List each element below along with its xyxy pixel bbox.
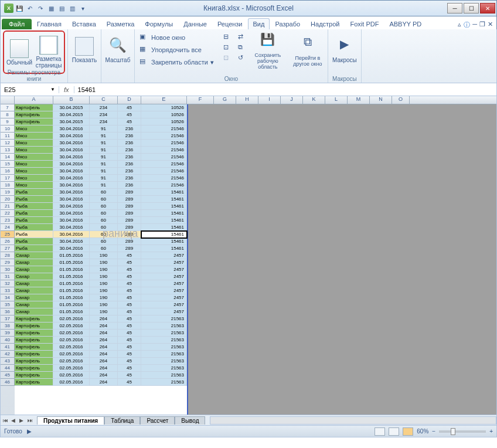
cell[interactable]: 60 <box>90 196 118 203</box>
cell[interactable]: 190 <box>90 280 118 287</box>
cell[interactable]: 264 <box>90 379 118 386</box>
cell[interactable]: 45 <box>118 294 141 301</box>
page-layout-view-icon[interactable] <box>389 427 399 436</box>
compare-button[interactable]: ⧉ <box>236 42 246 52</box>
cell[interactable]: 02.05.2016 <box>53 337 90 344</box>
normal-view-icon[interactable] <box>375 427 385 436</box>
cell[interactable]: 2457 <box>141 280 187 287</box>
row-header[interactable]: 40 <box>1 337 15 344</box>
cell[interactable]: 15461 <box>141 210 187 217</box>
row-header[interactable]: 29 <box>1 259 15 266</box>
ribbon-tab-надстрой[interactable]: Надстрой <box>305 18 345 29</box>
macros-button[interactable]: ▶ Макросы <box>331 30 359 69</box>
ribbon-tab-вид[interactable]: Вид <box>248 18 270 29</box>
new-window-button[interactable]: ▣Новое окно <box>137 32 216 43</box>
column-header[interactable]: E <box>141 96 187 104</box>
cell[interactable]: Рыба <box>15 203 53 210</box>
cell[interactable]: 30.04.2016 <box>53 161 90 168</box>
cell[interactable]: 190 <box>90 259 118 266</box>
cell[interactable]: 30.04.2016 <box>53 140 90 147</box>
minimize-button[interactable]: ─ <box>447 3 462 13</box>
cell[interactable]: Сахар <box>15 280 53 287</box>
cell[interactable]: Сахар <box>15 259 53 266</box>
cell[interactable]: 02.05.2016 <box>53 365 90 372</box>
column-header[interactable]: G <box>214 96 236 104</box>
mdi-close-icon[interactable]: ✕ <box>488 21 493 29</box>
cell[interactable]: 21546 <box>141 133 187 140</box>
cell[interactable]: 30.04.2016 <box>53 238 90 245</box>
cell[interactable]: 45 <box>118 301 141 308</box>
row-header[interactable]: 9 <box>1 118 15 125</box>
cell[interactable]: 21563 <box>141 379 187 386</box>
sheet-nav-first[interactable]: ⏮ <box>3 418 10 423</box>
row-header[interactable]: 24 <box>1 224 15 231</box>
cell[interactable]: 45 <box>118 379 141 386</box>
cell[interactable]: 21546 <box>141 168 187 175</box>
cell[interactable]: Мясо <box>15 175 53 182</box>
cell[interactable]: 30.04.2016 <box>53 231 90 238</box>
maximize-button[interactable]: ☐ <box>464 3 479 13</box>
row-header[interactable]: 35 <box>1 301 15 308</box>
close-button[interactable]: ✕ <box>480 3 495 13</box>
save-workspace-button[interactable]: 💾 Сохранить рабочую область <box>250 32 285 70</box>
cell[interactable]: Картофель <box>15 351 53 358</box>
row-header[interactable]: 18 <box>1 182 15 189</box>
hide-button[interactable]: ⊡ <box>221 42 231 52</box>
cell[interactable]: 01.05.2016 <box>53 280 90 287</box>
cell[interactable]: 15461 <box>141 224 187 231</box>
cell[interactable]: 15461 <box>141 245 187 252</box>
cell[interactable]: 190 <box>90 301 118 308</box>
sheet-tab[interactable]: Рассчет <box>140 416 175 425</box>
sheet-nav-prev[interactable]: ◀ <box>11 418 18 423</box>
cell[interactable]: 264 <box>90 344 118 351</box>
cell[interactable]: 289 <box>118 189 141 196</box>
ribbon-tab-вставка[interactable]: Вставка <box>67 18 101 29</box>
cell[interactable]: 45 <box>118 280 141 287</box>
cell[interactable]: Картофель <box>15 379 53 386</box>
cell[interactable]: Мясо <box>15 147 53 154</box>
row-header[interactable]: 31 <box>1 273 15 280</box>
cell[interactable]: 21563 <box>141 344 187 351</box>
cell[interactable]: 45 <box>118 372 141 379</box>
cell[interactable]: 45 <box>118 266 141 273</box>
cell[interactable]: 91 <box>90 168 118 175</box>
cell[interactable]: 236 <box>118 175 141 182</box>
row-header[interactable]: 7 <box>1 104 15 111</box>
cell[interactable]: 190 <box>90 287 118 294</box>
cell[interactable]: 30.04.2015 <box>53 111 90 118</box>
row-header[interactable]: 39 <box>1 330 15 337</box>
column-header[interactable]: C <box>90 96 118 104</box>
zoom-in-button[interactable]: + <box>489 428 493 435</box>
row-header[interactable]: 34 <box>1 294 15 301</box>
cell[interactable]: 01.05.2016 <box>53 252 90 259</box>
row-header[interactable]: 30 <box>1 266 15 273</box>
zoom-level[interactable]: 60% <box>417 428 428 435</box>
cell[interactable]: 30.04.2016 <box>53 154 90 161</box>
undo-icon[interactable]: ↶ <box>25 4 35 13</box>
reset-pos-button[interactable]: ↺ <box>236 53 246 63</box>
cell[interactable]: 60 <box>90 210 118 217</box>
cell[interactable]: 45 <box>118 344 141 351</box>
cell[interactable]: 45 <box>118 111 141 118</box>
cell[interactable]: 289 <box>118 224 141 231</box>
cell[interactable]: 45 <box>118 351 141 358</box>
switch-window-button[interactable]: ⧉ Перейти в другое окно <box>290 32 325 70</box>
cell[interactable]: 234 <box>90 111 118 118</box>
cell[interactable]: 2457 <box>141 308 187 315</box>
cell[interactable]: 02.05.2016 <box>53 351 90 358</box>
cell[interactable]: 15461 <box>141 203 187 210</box>
cell[interactable]: Сахар <box>15 308 53 315</box>
row-header[interactable]: 22 <box>1 210 15 217</box>
row-header[interactable]: 45 <box>1 372 15 379</box>
cell[interactable]: 21546 <box>141 161 187 168</box>
cell[interactable]: Мясо <box>15 154 53 161</box>
row-header[interactable]: 19 <box>1 189 15 196</box>
mdi-restore-icon[interactable]: ❐ <box>479 21 485 29</box>
zoom-button[interactable]: 🔍 Масштаб <box>104 30 132 69</box>
qat-dropdown-icon[interactable]: ▾ <box>78 4 87 13</box>
row-header[interactable]: 37 <box>1 315 15 323</box>
cell[interactable]: 236 <box>118 147 141 154</box>
zoom-thumb[interactable] <box>451 428 455 435</box>
cell[interactable]: 2457 <box>141 252 187 259</box>
cell[interactable]: 30.04.2016 <box>53 182 90 189</box>
